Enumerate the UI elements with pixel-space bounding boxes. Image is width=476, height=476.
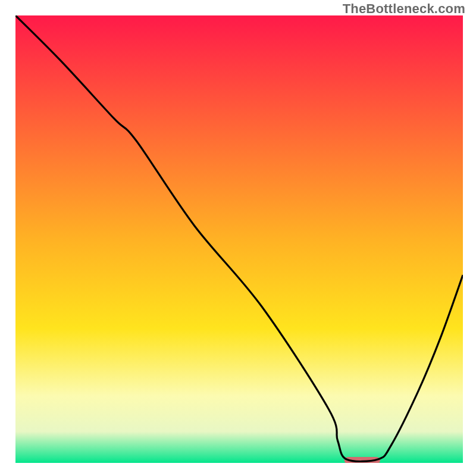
chart-frame: TheBottleneck.com <box>0 0 476 476</box>
bottleneck-chart <box>15 15 463 463</box>
watermark-text: TheBottleneck.com <box>343 1 465 17</box>
gradient-background <box>15 15 463 463</box>
plot-area <box>15 15 463 463</box>
